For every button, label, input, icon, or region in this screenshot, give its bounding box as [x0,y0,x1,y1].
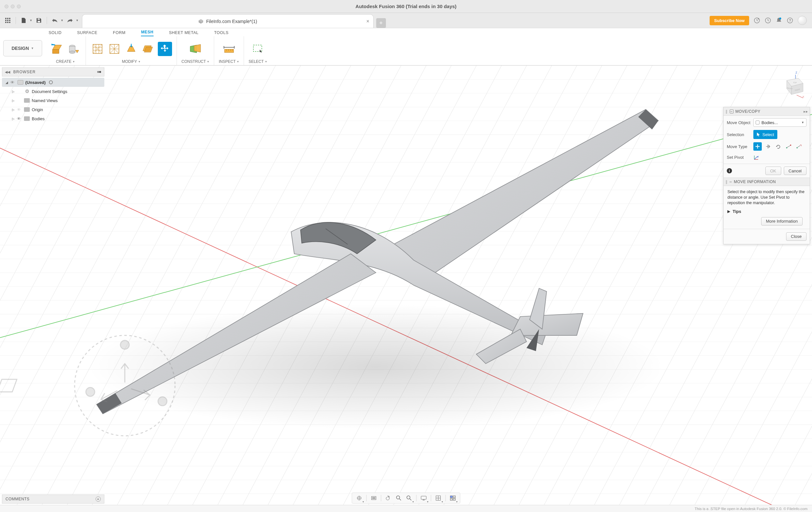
browser-settings-icon[interactable] [97,70,102,74]
grid-settings-icon[interactable]: ▼ [434,493,443,503]
close-button[interactable]: Close [786,232,807,241]
panel-pin-icon[interactable]: ▸▸ [804,109,808,114]
svg-rect-85 [421,496,427,500]
visibility-icon[interactable]: 👁 [17,116,22,121]
add-comment-icon[interactable]: + [95,496,101,502]
viewport[interactable]: ◀◀ BROWSER ◢ 👁 (Unsaved) ▷ ⚙ Document Se… [0,65,812,505]
close-window-icon[interactable] [4,4,8,8]
redo-icon[interactable] [65,16,75,25]
browser-item-named-views[interactable]: ▷ Named Views [2,96,104,105]
zoom-window-icon[interactable] [17,4,21,8]
info-icon[interactable]: i [727,168,732,173]
reduce-icon[interactable] [107,42,121,56]
pan-icon[interactable] [384,493,393,503]
browser-item-document-settings[interactable]: ▷ ⚙ Document Settings [2,87,104,96]
more-information-button[interactable]: More Information [761,217,803,226]
minimize-window-icon[interactable] [11,4,14,8]
tips-disclosure[interactable]: ▶Tips [727,209,806,214]
save-icon[interactable] [34,16,44,25]
browser-collapse-icon[interactable]: ◀◀ [5,70,10,74]
undo-icon[interactable] [50,16,59,25]
look-at-icon[interactable] [369,493,378,503]
construct-plane-icon[interactable] [188,42,203,56]
body-icon [756,120,759,124]
ribbon-tab-mesh[interactable]: MESH [141,30,153,36]
new-tab-button[interactable]: + [376,18,386,28]
undo-caret-icon[interactable]: ▼ [61,19,63,22]
set-pivot-button[interactable] [753,154,760,161]
ribbon-tab-form[interactable]: FORM [113,30,126,36]
move-copy-icon[interactable] [158,42,172,56]
browser-root[interactable]: ◢ 👁 (Unsaved) [2,78,104,87]
browser-item-origin[interactable]: ▷ 👁 Origin [2,105,104,114]
activate-radio-icon[interactable] [49,80,53,84]
reverse-normal-icon[interactable] [141,42,155,56]
extensions-icon[interactable] [754,17,760,24]
insert-mesh-icon[interactable] [67,42,81,56]
visibility-off-icon[interactable]: 👁 [17,107,22,112]
ribbon-group-create-label[interactable]: CREATE [56,59,71,64]
move-type-rotate[interactable] [774,142,783,151]
move-type-point-to-point[interactable] [784,142,793,151]
folder-icon [24,116,30,121]
tree-twisty-icon[interactable]: ▷ [12,99,15,103]
viewport-layout-icon[interactable]: ▼ [448,493,458,503]
viewcube-top[interactable]: TOP [793,82,797,84]
user-avatar[interactable] [798,16,807,25]
browser-item-bodies[interactable]: ▷ 👁 Bodies [2,114,104,123]
plane-cut-icon[interactable] [124,42,138,56]
select-window-icon[interactable] [251,42,265,56]
data-panel-icon[interactable] [3,16,12,25]
notifications-icon[interactable] [776,17,782,24]
svg-rect-92 [451,499,453,500]
comments-bar[interactable]: COMMENTS + [2,494,104,504]
orbit-icon[interactable]: ▼ [355,493,364,503]
move-type-point-to-position[interactable] [795,142,803,151]
file-menu-caret-icon[interactable]: ▼ [29,19,32,22]
ribbon-tab-tools[interactable]: TOOLS [214,30,229,36]
zoom-window-icon[interactable]: ▼ [405,493,414,503]
tree-twisty-icon[interactable]: ▷ [12,90,15,93]
svg-point-63 [99,71,101,73]
file-menu-icon[interactable] [19,16,28,25]
workspace-switcher[interactable]: DESIGN▼ [3,40,42,56]
help-icon[interactable]: ? [787,17,793,24]
collapse-icon[interactable]: – [730,110,733,113]
browser-header[interactable]: ◀◀ BROWSER [2,67,104,77]
ribbon-group-construct-label[interactable]: CONSTRUCT [181,59,206,64]
cancel-button[interactable]: Cancel [784,167,807,175]
document-tab[interactable]: FileInfo.com Example*(1) × [82,14,374,28]
job-status-icon[interactable] [765,17,771,24]
svg-rect-6 [5,22,6,23]
zoom-icon[interactable] [394,493,403,503]
ribbon-group-modify-label[interactable]: MODIFY [122,59,137,64]
ribbon-group-select-label[interactable]: SELECT [249,59,264,64]
move-type-translate[interactable] [764,142,772,151]
tree-twisty-icon[interactable]: ◢ [5,81,8,84]
select-button[interactable]: Select [753,130,777,139]
model-canvas[interactable] [0,65,812,505]
close-tab-icon[interactable]: × [366,19,369,24]
ribbon-tab-solid[interactable]: SOLID [49,30,62,36]
visibility-icon[interactable]: 👁 [10,80,16,85]
remesh-icon[interactable] [90,42,105,56]
subscribe-button[interactable]: Subscribe Now [709,16,749,25]
move-type-free[interactable] [753,142,762,151]
collapse-icon[interactable]: – [730,179,732,184]
ribbon-tab-sheet-metal[interactable]: SHEET METAL [169,30,199,36]
ribbon-group-inspect-label[interactable]: INSPECT [219,59,236,64]
create-mesh-icon[interactable] [50,42,64,56]
redo-caret-icon[interactable]: ▼ [76,19,79,22]
ribbon: DESIGN▼ CREATE▼ MODIFY▼ CONSTRUCT▼ INSPE… [0,36,812,65]
window-traffic-lights[interactable] [0,4,21,8]
browser-item-label: Document Settings [32,89,67,94]
move-copy-header[interactable]: ‖ – MOVE/COPY ▸▸ [724,107,810,116]
tree-twisty-icon[interactable]: ▷ [12,117,15,120]
measure-icon[interactable] [222,42,236,56]
move-object-dropdown[interactable]: Bodies... ▼ [753,118,807,127]
tree-twisty-icon[interactable]: ▷ [12,108,15,112]
move-information-header[interactable]: ‖ – MOVE INFORMATION [724,177,810,186]
viewcube[interactable]: Z TOP FRONT RIGHT X [775,70,804,99]
ribbon-tab-surface[interactable]: SURFACE [77,30,97,36]
display-settings-icon[interactable]: ▼ [419,493,428,503]
